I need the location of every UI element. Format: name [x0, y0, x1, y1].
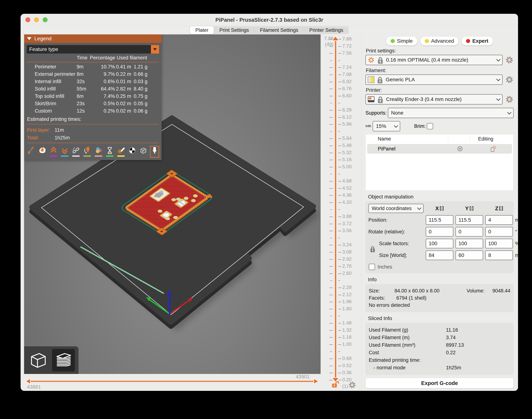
retractions-icon[interactable]: [49, 146, 58, 157]
tool-changes-icon[interactable]: [83, 146, 91, 157]
feature-weight: 1.21 g: [134, 64, 150, 70]
manip-field-position-z[interactable]: 4: [485, 215, 513, 225]
feature-percentage: 7.4%: [101, 93, 116, 99]
layer-slider-bottom-layer: (1): [342, 383, 348, 389]
inches-label: Inches: [378, 264, 392, 270]
supports-value: None: [391, 110, 404, 116]
manip-row-position: Position:115.5115.54mm: [368, 215, 511, 225]
object-manipulation-panel: World coordinates X Y Z Position:115.511…: [366, 201, 514, 273]
manip-field-size-world-x[interactable]: 84: [426, 250, 453, 260]
legend-row-perimeter: Perimeter9m10.7%0.41 m1.21 g: [27, 63, 159, 70]
size-label: Size:: [369, 288, 394, 294]
object-row-pipanel[interactable]: PiPanel: [367, 144, 512, 154]
pause-prints-icon[interactable]: [105, 146, 114, 157]
manip-unit: %: [515, 241, 518, 247]
layer-tick: 3.56: [321, 231, 361, 231]
travel-paths-icon[interactable]: [27, 146, 36, 157]
tab-print-settings[interactable]: Print Settings: [214, 26, 254, 34]
manip-field-rotate-relative-x[interactable]: 0: [426, 227, 453, 236]
moves-slider[interactable]: 43881 43901: [24, 374, 321, 391]
layer-tick: 4.68: [321, 181, 361, 181]
layer-tick: 0.68: [321, 358, 361, 359]
manip-field-position-y[interactable]: 115.5: [456, 215, 483, 225]
slider-settings-gear-icon[interactable]: [348, 381, 356, 389]
mode-expert-button[interactable]: Expert: [462, 37, 493, 45]
manip-field-scale-factors-y[interactable]: 100: [456, 239, 483, 248]
column-percentage: Percentage: [90, 55, 116, 61]
3d-view-button[interactable]: [27, 349, 50, 371]
legend-row-external-perimeter: External perimeter8m9.7%0.22 m0.66 g: [27, 70, 159, 78]
deretractions-icon[interactable]: [60, 146, 69, 157]
moves-slider-right-handle[interactable]: [313, 378, 319, 385]
object-name: PiPanel: [378, 146, 396, 152]
infill-value: 15%: [376, 123, 386, 129]
manip-field-rotate-relative-y[interactable]: 0: [456, 227, 483, 236]
infill-select[interactable]: 15%: [373, 121, 400, 131]
printer-combo[interactable]: Creality Ender-3 (0.4 mm nozzle): [366, 94, 503, 105]
feature-weight: 8.40 g: [134, 86, 150, 92]
manip-field-size-world-z[interactable]: 8: [485, 250, 513, 260]
coordinates-select[interactable]: World coordinates: [368, 204, 424, 213]
feature-time: 23s: [77, 101, 90, 106]
mode-advanced-button[interactable]: Advanced: [420, 37, 458, 45]
edit-object-icon[interactable]: [490, 145, 496, 152]
custom-gcode-icon[interactable]: [116, 146, 125, 157]
layer-tick: 7.56: [321, 53, 361, 53]
close-window-button[interactable]: [25, 17, 30, 22]
layer-slider[interactable]: 7.88 (49) 7.887.727.567.247.086.926.766.…: [321, 34, 361, 391]
moves-slider-left-handle[interactable]: [25, 378, 31, 385]
manip-field-scale-factors-z[interactable]: 100: [485, 239, 513, 248]
zoom-window-button[interactable]: [43, 17, 48, 22]
tab-printer-settings[interactable]: Printer Settings: [304, 26, 349, 34]
filament-combo[interactable]: Generic PLA: [366, 75, 503, 85]
supports-select[interactable]: None: [388, 108, 514, 118]
feature-weight: 0.66 g: [134, 71, 150, 77]
wipe-icon[interactable]: [38, 146, 47, 157]
viewport-3d[interactable]: Legend Feature type Time Percentage Used…: [24, 34, 321, 374]
sliced-info-row-used-filament-m: Used Filament (m)3.74: [369, 335, 510, 340]
shells-icon[interactable]: [139, 146, 148, 157]
layer-slider-top-handle[interactable]: [331, 36, 340, 41]
manip-field-position-x[interactable]: 115.5: [426, 215, 453, 225]
color-changes-icon[interactable]: [94, 146, 103, 157]
export-gcode-button[interactable]: Export G-code: [366, 378, 514, 388]
brim-checkbox[interactable]: [427, 123, 433, 129]
manip-field-size-world-y[interactable]: 60: [456, 250, 483, 260]
feature-length: 0.02 m: [116, 101, 134, 106]
moves-slider-track[interactable]: [28, 381, 316, 382]
column-time: Time: [77, 55, 90, 61]
print-gear-icon: [368, 56, 375, 64]
print-settings-gear-button[interactable]: [505, 56, 514, 64]
center-of-mass-icon[interactable]: [128, 146, 137, 157]
filament-gear-button[interactable]: [505, 75, 514, 84]
uniform-scale-lock-icon[interactable]: [369, 246, 376, 253]
printer-gear-button[interactable]: [505, 95, 514, 104]
layer-tick: 1.80: [321, 309, 361, 309]
seams-icon[interactable]: [72, 146, 80, 157]
legend-row-solid-infill: Solid infill55m64.4%2.82 m8.40 g: [27, 85, 159, 92]
layer-tick: 6.76: [321, 89, 361, 89]
feature-type-combo[interactable]: Feature type: [27, 45, 159, 53]
print-settings-combo[interactable]: 0.16 mm OPTIMAL (0.4 mm nozzle): [366, 55, 503, 65]
feature-length: 0.41 m: [116, 64, 134, 70]
mode-simple-button[interactable]: Simple: [386, 37, 417, 45]
feature-type-value: Feature type: [29, 46, 58, 52]
manip-field-rotate-relative-z[interactable]: 0: [485, 227, 513, 236]
inches-checkbox[interactable]: [369, 264, 375, 270]
chevron-down-icon: [394, 124, 398, 128]
layers-view-button[interactable]: [52, 349, 75, 371]
legend-header[interactable]: Legend: [24, 34, 162, 43]
total-value: 1h25m: [55, 135, 70, 141]
feature-length: 0.22 m: [116, 71, 134, 77]
minimize-window-button[interactable]: [34, 17, 39, 22]
feature-type-dropdown-button[interactable]: [151, 45, 159, 53]
tab-filament-settings[interactable]: Filament Settings: [254, 26, 304, 34]
visibility-eye-icon[interactable]: [457, 146, 463, 152]
slider-lock-icon[interactable]: [332, 380, 339, 388]
main-tabs: PlaterPrint SettingsFilament SettingsPri…: [190, 26, 349, 34]
feature-weight: 0.06 g: [134, 108, 150, 114]
extruder-icon[interactable]: [150, 146, 159, 157]
tab-plater[interactable]: Plater: [190, 26, 214, 34]
manip-field-scale-factors-x[interactable]: 100: [426, 239, 453, 248]
infill-label: Infill:: [366, 125, 371, 128]
